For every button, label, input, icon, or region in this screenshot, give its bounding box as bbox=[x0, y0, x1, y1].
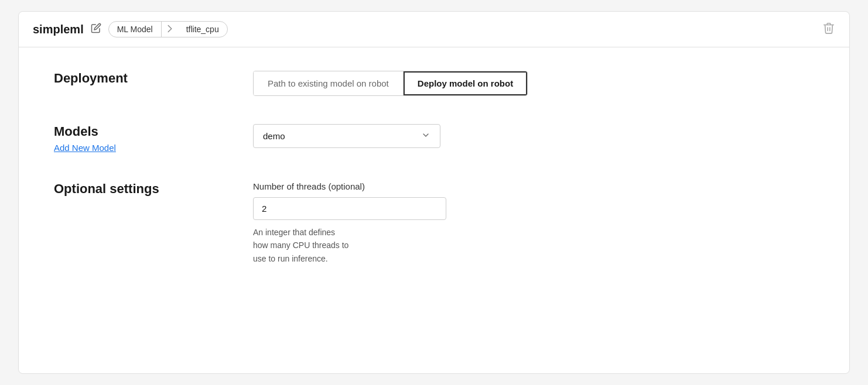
deployment-section: Deployment Path to existing model on rob… bbox=[54, 71, 814, 96]
threads-label: Number of threads (optional) bbox=[253, 181, 814, 191]
content: Deployment Path to existing model on rob… bbox=[19, 47, 849, 317]
optional-settings-label: Optional settings bbox=[54, 181, 253, 197]
breadcrumb-arrow-icon bbox=[162, 22, 178, 37]
models-section: Models Add New Model demo bbox=[54, 124, 814, 153]
models-label-container: Models Add New Model bbox=[54, 124, 253, 153]
models-content: demo bbox=[253, 124, 814, 148]
breadcrumb-second: tflite_cpu bbox=[178, 22, 227, 37]
header: simpleml ML Model tflite_cpu bbox=[19, 12, 849, 47]
deployment-toggle: Path to existing model on robot Deploy m… bbox=[253, 71, 528, 96]
threads-input[interactable] bbox=[253, 197, 446, 220]
dropdown-selected-value: demo bbox=[263, 131, 285, 141]
optional-settings-section: Optional settings Number of threads (opt… bbox=[54, 181, 814, 265]
header-left: simpleml ML Model tflite_cpu bbox=[33, 21, 228, 37]
optional-settings-content: Number of threads (optional) An integer … bbox=[253, 181, 814, 265]
models-label: Models bbox=[54, 124, 253, 139]
trash-icon[interactable] bbox=[822, 22, 835, 37]
chevron-down-icon bbox=[421, 130, 430, 142]
deployment-label: Deployment bbox=[54, 71, 253, 86]
path-to-existing-button[interactable]: Path to existing model on robot bbox=[254, 71, 404, 95]
threads-hint: An integer that defineshow many CPU thre… bbox=[253, 226, 814, 265]
breadcrumb-first: ML Model bbox=[109, 22, 162, 37]
optional-settings-label-container: Optional settings bbox=[54, 181, 253, 200]
add-new-model-link[interactable]: Add New Model bbox=[54, 143, 116, 153]
main-card: simpleml ML Model tflite_cpu bbox=[18, 11, 850, 374]
deployment-label-container: Deployment bbox=[54, 71, 253, 90]
deployment-content: Path to existing model on robot Deploy m… bbox=[253, 71, 814, 96]
models-dropdown[interactable]: demo bbox=[253, 124, 440, 148]
deploy-model-button[interactable]: Deploy model on robot bbox=[404, 71, 527, 95]
app-title: simpleml bbox=[33, 23, 84, 36]
edit-icon[interactable] bbox=[91, 23, 101, 36]
breadcrumb: ML Model tflite_cpu bbox=[108, 21, 228, 37]
